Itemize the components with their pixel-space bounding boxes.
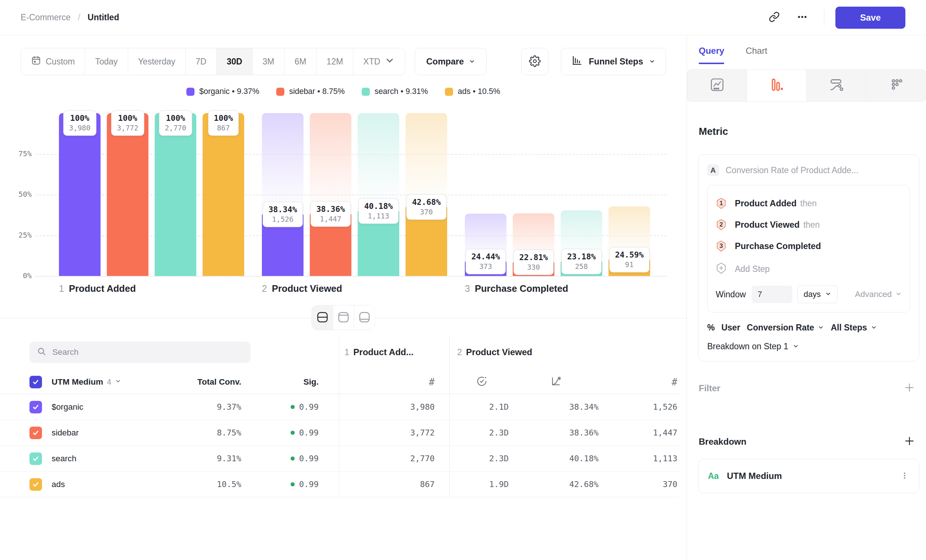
breakdown-column-label[interactable]: UTM Medium bbox=[51, 377, 103, 387]
range-label: Custom bbox=[46, 57, 75, 67]
legend-item[interactable]: search • 9.31% bbox=[362, 87, 428, 96]
bar-ads[interactable]: 100%867 bbox=[203, 113, 244, 276]
compare-button[interactable]: Compare bbox=[415, 48, 487, 75]
range-yesterday[interactable]: Yesterday bbox=[128, 48, 185, 75]
measured-as-dropdown[interactable]: Conversion Rate bbox=[747, 323, 814, 333]
range-label: Yesterday bbox=[138, 57, 176, 67]
step-number-badge: 2 bbox=[716, 219, 727, 231]
bar-sidebar[interactable]: 100%3,772 bbox=[107, 113, 148, 276]
range-7d[interactable]: 7D bbox=[185, 48, 216, 75]
bar-organic[interactable]: 38.34%1,526 bbox=[262, 113, 304, 276]
bar-search[interactable]: 100%2,770 bbox=[155, 113, 196, 276]
step2-count-column-header[interactable]: # bbox=[599, 370, 679, 394]
chevron-down-icon[interactable] bbox=[115, 378, 121, 386]
breakdown-options-button[interactable] bbox=[900, 471, 909, 481]
range-custom[interactable]: Custom bbox=[21, 48, 85, 75]
metric-title-row[interactable]: A Conversion Rate of Product Adde... bbox=[707, 164, 910, 176]
breakdown-property-card[interactable]: Aa UTM Medium bbox=[698, 459, 919, 493]
bar-value-label: 100%3,772 bbox=[111, 110, 144, 136]
hash-icon: # bbox=[429, 377, 435, 387]
select-all-checkbox[interactable] bbox=[29, 376, 42, 388]
bar-ads[interactable]: 24.59%91 bbox=[608, 113, 650, 276]
breadcrumb-current[interactable]: Untitled bbox=[88, 12, 120, 23]
legend-item[interactable]: sidebar • 8.75% bbox=[276, 87, 345, 96]
step2-rate-column-header[interactable] bbox=[514, 370, 599, 394]
window-value-input[interactable] bbox=[752, 286, 792, 303]
row-checkbox[interactable] bbox=[29, 401, 42, 413]
chart-type-line[interactable] bbox=[687, 69, 747, 102]
row-step2-count: 1,447 bbox=[599, 420, 679, 445]
breadcrumb-parent[interactable]: E-Commerce bbox=[21, 12, 70, 23]
metric-step[interactable]: 3Purchase Completed bbox=[716, 235, 902, 257]
breakdown-on-step-dropdown[interactable]: Breakdown on Step 1 bbox=[707, 342, 910, 351]
legend-item[interactable]: ads • 10.5% bbox=[445, 87, 500, 96]
legend-label: $organic • 9.37% bbox=[199, 87, 259, 96]
step2-avg-time-column-header[interactable] bbox=[449, 370, 514, 394]
table-row[interactable]: ads10.5%0.998671.9D42.68%370 bbox=[0, 472, 679, 497]
add-step-button[interactable]: Add Step bbox=[716, 258, 902, 280]
advanced-toggle[interactable]: Advanced bbox=[855, 289, 902, 299]
chart-type-scatter[interactable] bbox=[866, 69, 926, 102]
step1-count-column-header[interactable]: # bbox=[339, 370, 449, 394]
table-row[interactable]: $organic9.37%0.993,9802.1D38.34%1,526 bbox=[0, 394, 679, 420]
x-axis-step-labels: 1Product Added2Product Viewed3Purchase C… bbox=[59, 283, 687, 294]
chart-percent-icon bbox=[551, 376, 562, 388]
range-today[interactable]: Today bbox=[85, 48, 127, 75]
funnel-step-group: 24.44%37322.81%33023.18%25824.59%91 bbox=[465, 113, 650, 276]
row-step2-avg-time: 2.1D bbox=[449, 394, 514, 420]
tab-query[interactable]: Query bbox=[699, 46, 724, 64]
view-chart-only-button[interactable] bbox=[333, 306, 354, 330]
bar-search[interactable]: 23.18%258 bbox=[561, 113, 602, 276]
metric-step[interactable]: 2Product Viewedthen bbox=[716, 214, 902, 235]
measured-steps-dropdown[interactable]: All Steps bbox=[831, 323, 867, 333]
row-name-cell: search bbox=[29, 446, 169, 471]
bar-sidebar[interactable]: 38.36%1,447 bbox=[310, 113, 351, 276]
step-name: Purchase Completed bbox=[475, 283, 568, 294]
add-breakdown-button[interactable] bbox=[904, 436, 915, 448]
window-unit-select[interactable]: days bbox=[797, 286, 838, 303]
save-button[interactable]: Save bbox=[835, 7, 905, 29]
metric-step[interactable]: 1Product Addedthen bbox=[716, 193, 902, 214]
row-checkbox[interactable] bbox=[29, 478, 42, 491]
chart-type-funnel[interactable] bbox=[747, 69, 806, 102]
chart-settings-button[interactable] bbox=[521, 48, 548, 75]
row-checkbox[interactable] bbox=[29, 427, 42, 439]
table-row[interactable]: sidebar8.75%0.993,7722.3D38.36%1,447 bbox=[0, 420, 679, 446]
bar-ads[interactable]: 42.68%370 bbox=[406, 113, 447, 276]
bar-value-label: 22.81%330 bbox=[513, 250, 554, 275]
bar-search[interactable]: 40.18%1,113 bbox=[358, 113, 399, 276]
view-split-button[interactable] bbox=[312, 306, 333, 330]
total-conv-column-header[interactable]: Total Conv. bbox=[169, 370, 241, 394]
chart-type-dropdown[interactable]: Funnel Steps bbox=[561, 48, 666, 75]
bar-organic[interactable]: 100%3,980 bbox=[59, 113, 101, 276]
table-top-row: 1 Product Add... 2 Product Viewed bbox=[0, 334, 679, 370]
row-step2-avg-time: 2.3D bbox=[449, 446, 514, 471]
legend-item[interactable]: $organic • 9.37% bbox=[186, 87, 259, 96]
chart-type-label: Funnel Steps bbox=[589, 57, 643, 67]
search-input[interactable] bbox=[52, 347, 243, 357]
add-filter-button[interactable] bbox=[904, 382, 915, 394]
share-link-button[interactable] bbox=[765, 8, 784, 27]
chevron-down-icon bbox=[818, 323, 824, 333]
conversion-window-row: Window days Advanced bbox=[716, 286, 902, 303]
row-checkbox[interactable] bbox=[29, 453, 42, 465]
tab-chart[interactable]: Chart bbox=[746, 46, 767, 64]
significance-dot bbox=[291, 405, 295, 409]
y-axis-tick: 25% bbox=[0, 231, 32, 239]
measured-user[interactable]: User bbox=[721, 323, 740, 333]
bar-value-label: 40.18%1,113 bbox=[359, 198, 399, 224]
view-table-only-button[interactable] bbox=[354, 306, 375, 330]
chart-type-flow[interactable] bbox=[806, 69, 866, 102]
range-6m[interactable]: 6M bbox=[284, 48, 316, 75]
range-xtd[interactable]: XTD bbox=[353, 48, 405, 75]
range-12m[interactable]: 12M bbox=[316, 48, 353, 75]
more-menu-button[interactable] bbox=[793, 8, 811, 27]
bar-sidebar[interactable]: 22.81%330 bbox=[513, 113, 554, 276]
range-3m[interactable]: 3M bbox=[252, 48, 284, 75]
bar-organic[interactable]: 24.44%373 bbox=[465, 113, 507, 276]
sig-column-header[interactable]: Sig. bbox=[241, 370, 339, 394]
range-30d[interactable]: 30D bbox=[216, 48, 252, 75]
table-header-row: UTM Medium 4 Total Conv. Sig. # # bbox=[0, 370, 679, 394]
range-label: 12M bbox=[327, 57, 343, 67]
table-row[interactable]: search9.31%0.992,7702.3D40.18%1,113 bbox=[0, 446, 679, 472]
